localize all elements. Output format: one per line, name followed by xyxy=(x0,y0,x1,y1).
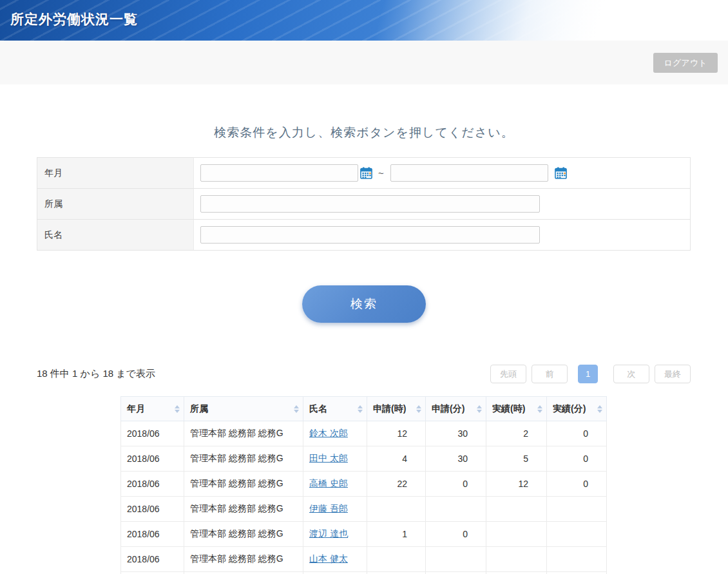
table-cell xyxy=(121,572,184,574)
table-row: 2018/06管理本部 総務部 総務G渡辺 達也10 xyxy=(121,522,607,547)
column-label: 所属 xyxy=(190,403,208,415)
table-row xyxy=(121,572,607,574)
column-label: 年月 xyxy=(127,403,145,415)
table-cell-number: 30 xyxy=(426,446,486,472)
table-cell: 管理本部 総務部 総務G xyxy=(184,497,303,522)
table-cell: 2018/06 xyxy=(121,446,184,472)
pagination: 先頭 前 1 次 最終 xyxy=(485,365,691,383)
column-header-4[interactable]: 申請(分) xyxy=(426,397,486,421)
column-label: 実績(時) xyxy=(492,403,525,415)
column-header-1[interactable]: 所属 xyxy=(184,397,303,421)
column-label: 実績(分) xyxy=(553,403,586,415)
table-cell-number xyxy=(486,497,547,522)
employee-name-link[interactable]: 伊藤 吾郎 xyxy=(309,503,348,513)
sort-icon xyxy=(413,405,421,413)
column-label: 氏名 xyxy=(309,403,327,415)
toolbar: ログアウト xyxy=(0,41,728,84)
table-cell-number: 12 xyxy=(367,421,426,446)
form-row-yearmonth: 年月 ~ xyxy=(37,158,690,189)
form-row-department: 所属 xyxy=(37,189,690,220)
table-cell-number xyxy=(426,497,486,522)
pagination-prev-button[interactable]: 前 xyxy=(532,365,568,383)
department-field xyxy=(194,189,690,219)
table-cell-number xyxy=(426,547,486,572)
name-label: 氏名 xyxy=(37,220,194,250)
pagination-first-button[interactable]: 先頭 xyxy=(490,365,526,383)
table-cell-number xyxy=(367,497,426,522)
table-cell-number: 0 xyxy=(426,522,486,547)
name-input[interactable] xyxy=(200,226,540,244)
table-cell-number: 5 xyxy=(486,446,547,472)
table-cell xyxy=(367,572,426,574)
yearmonth-field: ~ xyxy=(194,158,690,188)
table-cell-number: 0 xyxy=(547,472,607,497)
table-row: 2018/06管理本部 総務部 総務G山本 健太 xyxy=(121,547,607,572)
table-row: 2018/06管理本部 総務部 総務G伊藤 吾郎 xyxy=(121,497,607,522)
sort-icon xyxy=(291,405,299,413)
table-cell: 2018/06 xyxy=(121,472,184,497)
table-cell-number: 0 xyxy=(547,421,607,446)
table-cell xyxy=(303,572,367,574)
range-separator: ~ xyxy=(378,167,384,178)
results-summary: 18 件中 1 から 18 まで表示 xyxy=(37,368,155,380)
table-cell xyxy=(547,572,607,574)
table-cell-number xyxy=(486,547,547,572)
pagination-next-button[interactable]: 次 xyxy=(613,365,649,383)
table-cell-number xyxy=(367,547,426,572)
column-label: 申請(時) xyxy=(373,403,406,415)
table-row: 2018/06管理本部 総務部 総務G高橋 史郎220120 xyxy=(121,472,607,497)
cell-name: 田中 太郎 xyxy=(303,446,367,472)
table-cell xyxy=(486,572,547,574)
table-cell-number: 22 xyxy=(367,472,426,497)
table-row: 2018/06管理本部 総務部 総務G田中 太郎43050 xyxy=(121,446,607,472)
table-cell: 管理本部 総務部 総務G xyxy=(184,547,303,572)
employee-name-link[interactable]: 田中 太郎 xyxy=(309,453,348,463)
yearmonth-label: 年月 xyxy=(37,158,194,188)
department-label: 所属 xyxy=(37,189,194,219)
calendar-icon[interactable] xyxy=(360,167,372,179)
table-cell: 2018/06 xyxy=(121,547,184,572)
column-header-6[interactable]: 実績(分) xyxy=(547,397,607,421)
employee-name-link[interactable]: 鈴木 次郎 xyxy=(309,428,348,438)
table-cell-number: 1 xyxy=(367,522,426,547)
pagination-current-page[interactable]: 1 xyxy=(578,365,598,383)
column-header-3[interactable]: 申請(時) xyxy=(367,397,426,421)
table-cell: 管理本部 総務部 総務G xyxy=(184,522,303,547)
cell-name: 鈴木 次郎 xyxy=(303,421,367,446)
column-header-2[interactable]: 氏名 xyxy=(303,397,367,421)
table-cell-number: 30 xyxy=(426,421,486,446)
logout-button[interactable]: ログアウト xyxy=(653,53,718,73)
table-cell-number: 12 xyxy=(486,472,547,497)
employee-name-link[interactable]: 山本 健太 xyxy=(309,553,348,564)
search-form: 年月 ~ xyxy=(37,157,691,251)
pagination-last-button[interactable]: 最終 xyxy=(655,365,691,383)
name-field xyxy=(194,220,690,250)
form-row-name: 氏名 xyxy=(37,220,690,251)
cell-name: 高橋 史郎 xyxy=(303,472,367,497)
table-cell-number: 4 xyxy=(367,446,426,472)
table-cell: 管理本部 総務部 総務G xyxy=(184,446,303,472)
employee-name-link[interactable]: 高橋 史郎 xyxy=(309,478,348,488)
app-banner: 所定外労働状況一覧 xyxy=(0,0,728,41)
search-instruction: 検索条件を入力し、検索ボタンを押してください。 xyxy=(0,124,728,141)
results-table-container: 年月所属氏名申請(時)申請(分)実績(時)実績(分) 2018/06管理本部 総… xyxy=(120,396,608,574)
table-cell: 2018/06 xyxy=(121,497,184,522)
table-cell-number xyxy=(547,522,607,547)
table-cell-number xyxy=(547,547,607,572)
sort-icon xyxy=(474,405,482,413)
table-cell-number: 0 xyxy=(547,446,607,472)
calendar-icon[interactable] xyxy=(555,167,567,179)
results-table: 年月所属氏名申請(時)申請(分)実績(時)実績(分) 2018/06管理本部 総… xyxy=(120,396,607,574)
yearmonth-to-input[interactable] xyxy=(390,164,548,182)
department-input[interactable] xyxy=(200,195,540,213)
table-cell-number: 0 xyxy=(426,472,486,497)
column-header-5[interactable]: 実績(時) xyxy=(486,397,547,421)
page-title: 所定外労働状況一覧 xyxy=(10,10,138,28)
table-cell: 2018/06 xyxy=(121,522,184,547)
search-button[interactable]: 検索 xyxy=(302,285,426,323)
cell-name: 伊藤 吾郎 xyxy=(303,497,367,522)
yearmonth-from-input[interactable] xyxy=(200,164,358,182)
column-header-0[interactable]: 年月 xyxy=(121,397,184,421)
employee-name-link[interactable]: 渡辺 達也 xyxy=(309,528,348,539)
sort-icon xyxy=(534,405,542,413)
